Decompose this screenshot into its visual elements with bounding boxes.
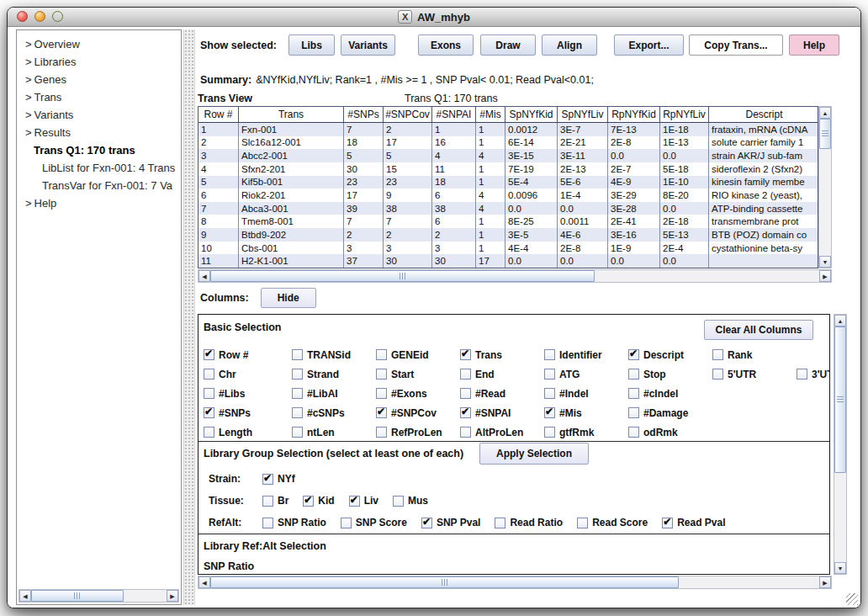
column-header-rpnyfliv[interactable]: RpNYfLiv <box>660 107 709 122</box>
checkbox[interactable] <box>577 518 588 528</box>
table-row[interactable]: 3Abcc2-00155443E-153E-110.00.0strain AKR… <box>198 149 818 162</box>
sidebar-item-results[interactable]: >Results <box>17 124 181 141</box>
hide-columns-button[interactable]: Hide <box>261 288 316 308</box>
minimize-button[interactable] <box>34 11 45 22</box>
checkbox-option--libs[interactable]: #Libs <box>204 388 292 400</box>
checkbox-option-altprolen[interactable]: AltProLen <box>460 427 544 438</box>
scroll-arrow-right-icon[interactable]: ▶ <box>819 270 831 282</box>
checkbox-option-nyf[interactable]: NYf <box>262 473 295 485</box>
column-header--snpai[interactable]: #SNPAI <box>432 107 476 122</box>
checkbox[interactable] <box>421 518 432 528</box>
panel-horizontal-scrollbar[interactable]: ◀▶ <box>198 576 832 589</box>
scroll-arrow-up-icon[interactable]: ▲ <box>819 107 831 119</box>
table-row[interactable]: 11H2-K1-001373030170.00.00.00.0 <box>198 254 818 268</box>
checkbox-option-identifier[interactable]: Identifier <box>544 349 628 361</box>
libs-button[interactable]: Libs <box>288 35 335 56</box>
checkbox[interactable] <box>628 388 639 399</box>
panel-vertical-scrollbar[interactable]: ▲▼ <box>834 314 847 575</box>
sidebar-item-trans-q1-170-trans[interactable]: Trans Q1: 170 trans <box>17 141 181 159</box>
column-header-spnyfkid[interactable]: SpNYfKid <box>505 107 558 122</box>
checkbox[interactable] <box>495 518 505 528</box>
scroll-arrow-up-icon[interactable]: ▲ <box>834 315 846 327</box>
tree-expander-icon[interactable]: > <box>25 126 32 139</box>
checkbox[interactable] <box>262 474 273 485</box>
checkbox[interactable] <box>712 349 723 360</box>
tree-expander-icon[interactable]: > <box>25 38 32 50</box>
checkbox-option-snp-pval[interactable]: SNP Pval <box>421 517 480 528</box>
checkbox[interactable] <box>662 518 673 528</box>
align-button[interactable]: Align <box>542 35 597 56</box>
checkbox-option-ntlen[interactable]: ntLen <box>292 427 376 438</box>
export--button[interactable]: Export... <box>614 35 684 56</box>
checkbox-option--indel[interactable]: #Indel <box>544 388 628 400</box>
checkbox-option-br[interactable]: Br <box>262 495 288 507</box>
scrollbar-thumb[interactable] <box>834 327 846 473</box>
checkbox-option--snpai[interactable]: #SNPAI <box>460 407 544 419</box>
checkbox[interactable] <box>460 388 471 399</box>
checkbox-option-geneid[interactable]: GENEid <box>376 349 460 361</box>
checkbox-option-read-score[interactable]: Read Score <box>577 517 648 528</box>
checkbox-option-rank[interactable]: Rank <box>712 349 797 361</box>
checkbox-option-mus[interactable]: Mus <box>393 495 428 507</box>
copy-trans--button[interactable]: Copy Trans... <box>689 35 783 56</box>
checkbox[interactable] <box>204 369 214 380</box>
checkbox[interactable] <box>628 369 639 380</box>
draw-button[interactable]: Draw <box>480 35 536 56</box>
sidebar-item-genes[interactable]: >Genes <box>17 71 181 88</box>
sidebar-horizontal-scrollbar[interactable]: ◀▶ <box>19 589 179 603</box>
table-row[interactable]: 10Cbs-00133314E-42E-81E-92E-4cystathioni… <box>198 242 818 255</box>
scroll-arrow-right-icon[interactable]: ▶ <box>819 576 831 588</box>
checkbox[interactable] <box>544 349 555 360</box>
table-row[interactable]: 8Tmem8-00177618E-250.00112E-412E-18trans… <box>198 215 818 228</box>
checkbox[interactable] <box>460 427 471 438</box>
checkbox[interactable] <box>262 518 273 528</box>
checkbox-option-refprolen[interactable]: RefProLen <box>376 427 460 438</box>
checkbox[interactable] <box>544 407 555 418</box>
checkbox-option-odrmk[interactable]: odRmk <box>628 427 712 438</box>
scrollbar-thumb[interactable] <box>31 590 124 602</box>
table-row[interactable]: 2Slc16a12-00118171616E-142E-212E-81E-13s… <box>198 136 818 150</box>
checkbox[interactable] <box>460 407 471 418</box>
sidebar-item-overview[interactable]: >Overview <box>17 35 181 53</box>
checkbox-option--csnps[interactable]: #cSNPs <box>292 407 376 419</box>
scrollbar-thumb[interactable] <box>210 270 595 282</box>
scroll-arrow-down-icon[interactable]: ▼ <box>819 256 831 268</box>
checkbox[interactable] <box>393 496 404 507</box>
table-row[interactable]: 5Kif5b-00123231815E-45E-64E-91E-10kinesi… <box>198 176 818 189</box>
checkbox[interactable] <box>628 427 639 438</box>
checkbox[interactable] <box>292 388 303 399</box>
checkbox[interactable] <box>349 496 360 507</box>
checkbox[interactable] <box>628 407 639 418</box>
checkbox[interactable] <box>460 369 471 380</box>
checkbox-option-stop[interactable]: Stop <box>628 369 712 380</box>
table-row[interactable]: 6Riok2-201179640.00961E-43E-298E-20RIO k… <box>198 189 818 202</box>
table-vertical-scrollbar[interactable]: ▲▼ <box>818 106 832 268</box>
checkbox-option-chr[interactable]: Chr <box>204 369 292 380</box>
checkbox[interactable] <box>292 369 303 380</box>
checkbox-option--read[interactable]: #Read <box>460 388 544 400</box>
scroll-arrow-right-icon[interactable]: ▶ <box>167 590 178 602</box>
checkbox-option--cindel[interactable]: #cIndel <box>628 388 712 400</box>
checkbox-option-3-utr[interactable]: 3'UTR <box>797 369 830 380</box>
checkbox[interactable] <box>262 496 273 507</box>
checkbox-option-transid[interactable]: TRANSid <box>292 349 376 361</box>
checkbox[interactable] <box>712 369 723 380</box>
checkbox[interactable] <box>292 349 303 360</box>
checkbox-option--snps[interactable]: #SNPs <box>204 407 292 419</box>
column-header--snps[interactable]: #SNPs <box>344 107 384 122</box>
resize-grip-icon[interactable] <box>846 593 858 605</box>
checkbox[interactable] <box>460 349 471 360</box>
scroll-arrow-left-icon[interactable]: ◀ <box>198 270 210 282</box>
checkbox[interactable] <box>544 369 555 380</box>
checkbox-option-kid[interactable]: Kid <box>303 495 334 507</box>
checkbox-option-strand[interactable]: Strand <box>292 369 376 380</box>
table-row[interactable]: 1Fxn-00172110.00123E-77E-131E-18frataxin… <box>198 123 818 136</box>
variants-button[interactable]: Variants <box>341 35 395 56</box>
checkbox[interactable] <box>292 407 303 418</box>
checkbox-option-trans[interactable]: Trans <box>460 349 544 361</box>
scrollbar-thumb[interactable] <box>210 576 679 588</box>
clear-all-columns-button[interactable]: Clear All Columns <box>704 320 813 340</box>
checkbox-option--snpcov[interactable]: #SNPCov <box>376 407 460 419</box>
close-button[interactable] <box>17 11 28 22</box>
column-header-row-[interactable]: Row # <box>198 107 239 122</box>
